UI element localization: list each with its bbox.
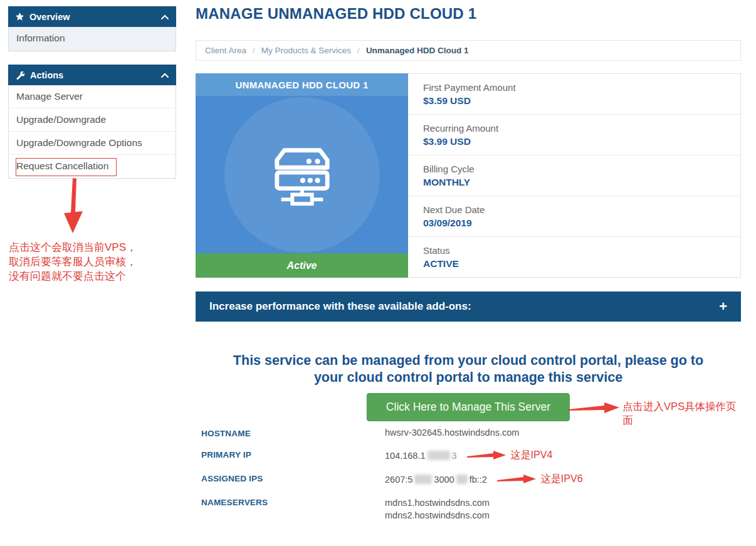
nameservers-label: NAMESERVERS xyxy=(201,496,385,507)
cloud-portal-notice: This service can be managed from your cl… xyxy=(196,352,741,386)
product-card-art xyxy=(196,96,408,253)
manage-server-button[interactable]: Click Here to Manage This Server xyxy=(367,393,570,421)
chevron-up-icon[interactable] xyxy=(161,73,169,78)
billing-details-panel: First Payment Amount $3.59 USD Recurring… xyxy=(408,73,741,278)
cancellation-annotation: 点击这个会取消当前VPS， 取消后要等客服人员审核， 没有问题就不要点击这个 xyxy=(9,240,184,283)
client-area-page: Overview Information Actions Manage Serv… xyxy=(0,0,756,546)
product-summary: UNMANAGED HDD CLOUD 1 xyxy=(196,73,741,278)
nameserver-entry: mdns2.hostwindsdns.com xyxy=(385,509,490,522)
redacted-ip-segment xyxy=(428,451,450,460)
primary-ip-label: PRIMARY IP xyxy=(201,449,385,459)
billing-label: Status xyxy=(423,245,725,256)
sidebar-item-information[interactable]: Information xyxy=(9,27,176,51)
actions-panel: Actions Manage Server Upgrade/Downgrade … xyxy=(8,65,176,179)
primary-ip-visible: 104.168.1 xyxy=(385,451,426,461)
cloud-portal-notice-line: your cloud control portal to manage this… xyxy=(196,369,741,386)
nameserver-entry: mdns1.hostwindsdns.com xyxy=(385,496,490,509)
cancellation-annotation-line: 取消后要等客服人员审核， xyxy=(9,255,184,269)
addons-bar[interactable]: Increase performance with these availabl… xyxy=(196,291,741,322)
breadcrumb-my-products[interactable]: My Products & Services xyxy=(261,46,351,55)
assigned-ips-label: ASSIGNED IPS xyxy=(201,473,385,483)
billing-value: 03/09/2019 xyxy=(423,218,725,229)
ipv4-annotation: 这是IPV4 xyxy=(511,449,553,462)
assigned-ip-visible: 3000 xyxy=(434,475,454,485)
billing-row-status: Status ACTIVE xyxy=(408,237,740,277)
overview-panel-title: Overview xyxy=(29,12,70,22)
primary-ip-visible: 3 xyxy=(452,451,457,461)
actions-panel-body: Manage Server Upgrade/Downgrade Upgrade/… xyxy=(8,85,176,179)
service-row-nameservers: NAMESERVERS mdns1.hostwindsdns.com mdns2… xyxy=(201,496,741,522)
product-card: UNMANAGED HDD CLOUD 1 xyxy=(196,73,408,278)
service-row-primary-ip: PRIMARY IP 104.168.1 3 这是IPV4 xyxy=(201,449,741,462)
assigned-ip-visible: 2607:5 xyxy=(385,475,412,485)
sidebar-item-request-cancellation[interactable]: Request Cancellation xyxy=(9,155,176,178)
manage-annotation: 点击进入VPS具体操作页面 xyxy=(622,400,741,428)
server-icon xyxy=(265,143,339,207)
star-icon xyxy=(16,13,24,21)
billing-label: Recurring Amount xyxy=(423,123,725,134)
billing-value: $3.99 USD xyxy=(423,136,725,147)
service-row-assigned-ips: ASSIGNED IPS 2607:5 3000 fb::2 这是IPV6 xyxy=(201,473,741,486)
primary-ip-value: 104.168.1 3 这是IPV4 xyxy=(385,449,552,462)
annotation-arrow-right-icon xyxy=(497,474,536,485)
actions-panel-header[interactable]: Actions xyxy=(8,65,176,85)
breadcrumb-separator: / xyxy=(253,46,255,55)
service-row-hostname: HOSTNAME hwsrv-302645.hostwindsdns.com xyxy=(201,428,741,438)
annotation-arrow-down-icon xyxy=(60,178,88,234)
overview-panel-header[interactable]: Overview xyxy=(8,6,176,27)
billing-value: MONTHLY xyxy=(423,177,725,188)
breadcrumb-current: Unmanaged HDD Cloud 1 xyxy=(366,46,469,55)
overview-panel-body: Information xyxy=(8,27,176,51)
cancellation-annotation-line: 没有问题就不要点击这个 xyxy=(9,269,184,283)
service-info: HOSTNAME hwsrv-302645.hostwindsdns.com P… xyxy=(201,428,741,532)
ipv6-annotation: 这是IPV6 xyxy=(541,473,583,486)
billing-row-next-due: Next Due Date 03/09/2019 xyxy=(408,196,740,237)
billing-row-first-payment: First Payment Amount $3.59 USD xyxy=(408,74,740,115)
assigned-ips-value: 2607:5 3000 fb::2 这是IPV6 xyxy=(385,473,583,486)
cloud-portal-notice-line: This service can be managed from your cl… xyxy=(196,352,741,369)
redacted-ip-segment xyxy=(414,475,432,484)
wrench-icon xyxy=(16,71,24,80)
actions-panel-title: Actions xyxy=(30,70,63,80)
billing-label: First Payment Amount xyxy=(423,82,725,93)
product-card-circle xyxy=(224,97,380,253)
nameservers-value: mdns1.hostwindsdns.com mdns2.hostwindsdn… xyxy=(385,496,490,522)
billing-label: Billing Cycle xyxy=(423,164,725,174)
addons-bar-text: Increase performance with these availabl… xyxy=(209,300,471,313)
overview-panel: Overview Information xyxy=(8,6,176,51)
redacted-ip-segment xyxy=(456,475,468,484)
breadcrumb: Client Area / My Products & Services / U… xyxy=(196,40,741,61)
plus-icon[interactable]: + xyxy=(719,298,727,315)
annotation-arrow-right-icon xyxy=(467,450,506,461)
sidebar-item-upgrade-downgrade[interactable]: Upgrade/Downgrade xyxy=(9,108,176,132)
assigned-ip-visible: fb::2 xyxy=(470,475,487,485)
billing-label: Next Due Date xyxy=(423,204,725,215)
sidebar-item-manage-server[interactable]: Manage Server xyxy=(9,85,176,108)
billing-value: $3.59 USD xyxy=(423,95,725,107)
cancellation-annotation-line: 点击这个会取消当前VPS， xyxy=(9,240,184,255)
chevron-up-icon[interactable] xyxy=(161,14,169,19)
hostname-label: HOSTNAME xyxy=(201,428,385,438)
status-badge: Active xyxy=(196,253,408,278)
page-title: MANAGE UNMANAGED HDD CLOUD 1 xyxy=(196,5,476,23)
billing-value: ACTIVE xyxy=(423,258,725,270)
breadcrumb-separator: / xyxy=(357,46,360,55)
breadcrumb-client-area[interactable]: Client Area xyxy=(205,46,246,55)
sidebar-item-upgrade-downgrade-options[interactable]: Upgrade/Downgrade Options xyxy=(9,132,176,155)
billing-row-recurring: Recurring Amount $3.99 USD xyxy=(408,115,740,155)
billing-row-cycle: Billing Cycle MONTHLY xyxy=(408,155,740,196)
annotation-arrow-right-icon xyxy=(568,401,619,415)
product-card-title: UNMANAGED HDD CLOUD 1 xyxy=(196,73,408,96)
hostname-value: hwsrv-302645.hostwindsdns.com xyxy=(385,428,519,438)
